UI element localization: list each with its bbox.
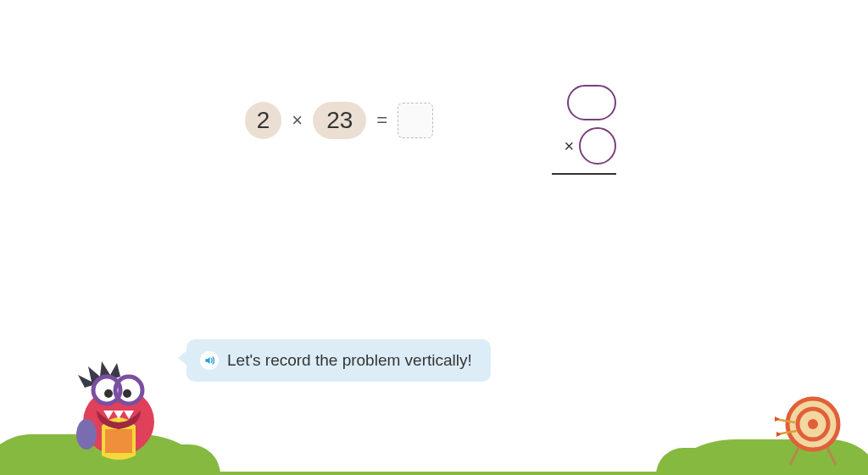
svg-point-8: [123, 389, 131, 398]
equals-symbol: =: [376, 109, 387, 131]
times-symbol: ×: [292, 109, 303, 131]
mascot-character: [59, 341, 186, 468]
vertical-equation: ×: [552, 85, 623, 175]
svg-line-9: [790, 448, 798, 465]
horizontal-equation: 2 × 23 =: [245, 102, 433, 139]
answer-input[interactable]: [398, 103, 433, 138]
svg-rect-1: [105, 429, 132, 453]
vertical-times-symbol: ×: [565, 137, 575, 156]
grass-line: [0, 472, 868, 475]
speech-bubble: Let's record the problem vertically!: [186, 339, 491, 382]
target-decoration: [775, 382, 851, 467]
vertical-top-slot[interactable]: [567, 85, 616, 120]
vertical-rule: [552, 173, 616, 175]
svg-point-7: [104, 389, 113, 398]
speech-text: Let's record the problem vertically!: [227, 351, 472, 370]
svg-point-15: [808, 419, 818, 429]
audio-icon[interactable]: [200, 351, 219, 370]
problem-area: 2 × 23 = ×: [0, 85, 868, 175]
vertical-second-row: ×: [565, 127, 617, 165]
svg-line-10: [827, 448, 836, 465]
vertical-bottom-slot[interactable]: [579, 127, 616, 165]
multiplicand-pill: 23: [313, 102, 366, 139]
svg-point-2: [76, 419, 97, 450]
multiplier-pill: 2: [245, 102, 282, 139]
